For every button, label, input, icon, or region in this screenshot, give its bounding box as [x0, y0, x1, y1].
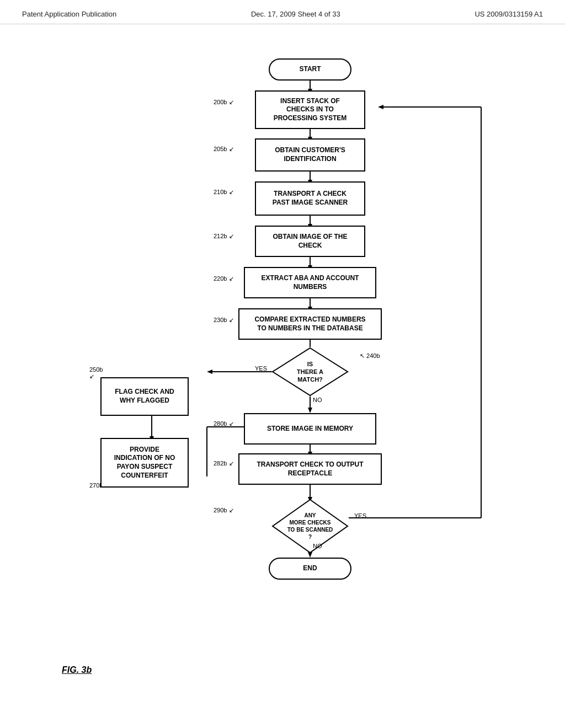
step-212b: OBTAIN IMAGE OF THE CHECK: [255, 226, 365, 257]
svg-marker-15: [207, 370, 212, 374]
label-282b: 282b ↙: [214, 460, 234, 467]
diamond-290b: ANY MORE CHECKS TO BE SCANNED ?: [271, 499, 349, 554]
label-200b: 200b ↙: [214, 99, 234, 106]
label-220b: 220b ↙: [214, 275, 234, 282]
diamond-240b: IS THERE A MATCH?: [271, 347, 349, 397]
label-240b: ↖ 240b: [360, 352, 380, 360]
flow-container: START 200b ↙ INSERT STACK OF CHECKS IN T…: [18, 35, 547, 686]
step-270b: PROVIDE INDICATION OF NO PAYON SUSPECT C…: [100, 438, 189, 488]
header-right: US 2009/0313159 A1: [475, 10, 543, 18]
label-290b: 290b ↙: [214, 507, 234, 514]
step-230b: COMPARE EXTRACTED NUMBERS TO NUMBERS IN …: [238, 308, 382, 340]
label-280b: 280b ↙: [214, 420, 234, 427]
label-210b: 210b ↙: [214, 189, 234, 196]
svg-marker-17: [308, 408, 312, 413]
step-210b: TRANSPORT A CHECK PAST IMAGE SCANNER: [255, 181, 365, 216]
step-200b: INSERT STACK OF CHECKS IN TO PROCESSING …: [255, 90, 365, 129]
step-282b: TRANSPORT CHECK TO OUTPUT RECEPTACLE: [238, 453, 382, 485]
label-230b: 230b ↙: [214, 317, 234, 324]
no-label: NO: [313, 397, 322, 403]
page-header: Patent Application Publication Dec. 17, …: [0, 0, 565, 24]
svg-marker-27: [378, 105, 383, 109]
end-node: END: [269, 558, 351, 580]
step-220b: EXTRACT ABA AND ACCOUNT NUMBERS: [244, 267, 376, 298]
label-205b: 205b ↙: [214, 146, 234, 153]
start-node: START: [269, 58, 351, 81]
step-250b: FLAG CHECK AND WHY FLAGGED: [100, 377, 189, 416]
yes-label: YES: [255, 365, 267, 372]
header-middle: Dec. 17, 2009 Sheet 4 of 33: [251, 10, 340, 18]
figure-caption: FIG. 3b: [62, 665, 92, 675]
diagram-area: START 200b ↙ INSERT STACK OF CHECKS IN T…: [0, 24, 565, 697]
step-205b: OBTAIN CUSTOMER'S IDENTIFICATION: [255, 138, 365, 172]
header-left: Patent Application Publication: [22, 10, 116, 18]
step-280b: STORE IMAGE IN MEMORY: [244, 413, 376, 445]
yes2-label: YES: [354, 512, 366, 519]
label-212b: 212b ↙: [214, 233, 234, 240]
